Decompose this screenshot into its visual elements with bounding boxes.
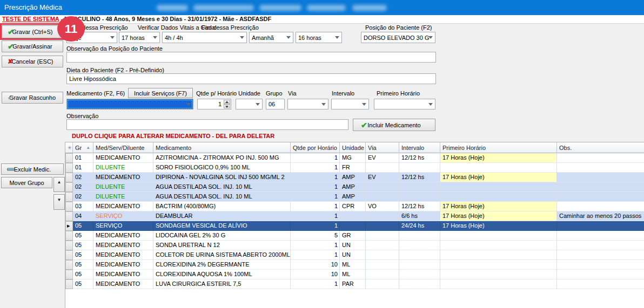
row-header[interactable] xyxy=(65,192,73,202)
grid-cell-intervalo[interactable] xyxy=(399,163,440,173)
grid-cell-intervalo[interactable] xyxy=(399,231,440,241)
chevron-down-icon[interactable] xyxy=(151,33,159,42)
row-header[interactable] xyxy=(65,173,73,182)
move-group-up-button[interactable]: ▲ xyxy=(53,177,65,192)
grid-cell-obs[interactable] xyxy=(557,270,644,279)
chevron-down-icon[interactable] xyxy=(426,100,434,108)
grid-cell-obs[interactable] xyxy=(557,221,644,231)
grid-cell-obs[interactable] xyxy=(557,192,644,202)
grid-header-unidade[interactable]: Unidade xyxy=(340,142,366,153)
grid-cell-via[interactable] xyxy=(366,182,399,192)
grid-cell-unidade[interactable]: UN xyxy=(340,241,366,250)
grid-cell-gr[interactable]: 03 xyxy=(73,202,93,211)
row-header[interactable] xyxy=(65,182,73,192)
grid-cell-primeiro[interactable] xyxy=(440,192,557,202)
chevron-down-icon[interactable] xyxy=(360,100,368,108)
grid-cell-unidade[interactable]: ML xyxy=(340,270,366,279)
route-select[interactable] xyxy=(287,99,328,109)
grid-cell-med[interactable]: AGUA DESTILADA SOL. INJ. 10 ML xyxy=(153,182,291,192)
grid-cell-primeiro[interactable]: 17 Horas (Hoje) xyxy=(440,153,557,163)
grid-cell-primeiro[interactable] xyxy=(440,260,557,270)
grid-cell-via[interactable] xyxy=(366,270,399,279)
grid-cell-primeiro[interactable]: 17 Horas (Hoje) xyxy=(440,211,557,221)
save-draft-button[interactable]: ✔ Gravar Rascunho xyxy=(2,92,63,104)
grid-cell-gr[interactable]: 01 xyxy=(73,153,93,163)
grid-cell-qtde[interactable]: 1 xyxy=(291,202,340,211)
grid-cell-obs[interactable] xyxy=(557,231,644,241)
grid-cell-obs[interactable] xyxy=(557,260,644,270)
grid-header-row-selector[interactable]: ✳ xyxy=(65,142,73,153)
grid-cell-gr[interactable]: 02 xyxy=(73,173,93,182)
grid-cell-gr[interactable]: 02 xyxy=(73,192,93,202)
grid-cell-unidade[interactable]: UN xyxy=(340,250,366,260)
medications-grid[interactable]: ✳Gr▲Med/Serv/DiluenteMedicamentoQtde por… xyxy=(65,142,644,308)
chevron-down-icon[interactable] xyxy=(238,33,246,42)
grid-cell-tipo[interactable]: MEDICAMENTO xyxy=(93,173,153,182)
grid-cell-via[interactable] xyxy=(366,279,399,289)
row-header[interactable] xyxy=(65,260,73,270)
grid-header-tipo[interactable]: Med/Serv/Diluente xyxy=(93,142,153,153)
grid-cell-tipo[interactable]: MEDICAMENTO xyxy=(93,279,153,289)
row-header[interactable] xyxy=(65,231,73,241)
row-header[interactable] xyxy=(65,279,73,289)
grid-cell-med[interactable]: AZITROMICINA - ZITROMAX PO INJ. 500 MG xyxy=(153,153,291,163)
grid-cell-gr[interactable]: 02 xyxy=(73,182,93,192)
grid-cell-unidade[interactable]: AMP xyxy=(340,182,366,192)
grid-cell-gr[interactable]: 05 xyxy=(73,270,93,279)
grid-cell-primeiro[interactable]: 17 Horas (Hoje) xyxy=(440,173,557,182)
grid-cell-qtde[interactable]: 1 xyxy=(291,211,340,221)
grid-cell-via[interactable] xyxy=(366,192,399,202)
end-day-select[interactable]: Amanhã xyxy=(249,32,293,43)
grid-cell-obs[interactable] xyxy=(557,173,644,182)
grid-cell-med[interactable]: LUVA CIRURGICA ESTERIL 7,5 xyxy=(153,279,291,289)
grid-cell-qtde[interactable]: 1 xyxy=(291,279,340,289)
grid-cell-tipo[interactable]: SERVIÇO xyxy=(93,211,153,221)
observation-input[interactable] xyxy=(66,119,348,130)
grid-cell-unidade[interactable]: CPR xyxy=(340,202,366,211)
grid-cell-primeiro[interactable]: 17 Horas (Hoje) xyxy=(440,202,557,211)
grid-cell-tipo[interactable]: MEDICAMENTO xyxy=(93,202,153,211)
grid-cell-tipo[interactable]: MEDICAMENTO xyxy=(93,153,153,163)
grid-header-gr[interactable]: Gr▲ xyxy=(73,142,93,153)
chevron-down-icon[interactable] xyxy=(284,33,292,42)
grid-cell-via[interactable] xyxy=(366,163,399,173)
grid-cell-tipo[interactable]: DILUENTE xyxy=(93,192,153,202)
grid-cell-obs[interactable] xyxy=(557,241,644,250)
grid-cell-via[interactable] xyxy=(366,221,399,231)
grid-cell-intervalo[interactable]: 12/12 hs xyxy=(399,202,440,211)
grid-cell-obs[interactable] xyxy=(557,250,644,260)
grid-cell-qtde[interactable]: 1 xyxy=(291,173,340,182)
grid-cell-med[interactable]: COLETOR DE URINA SISTEMA ABERTO 2000ML xyxy=(153,250,291,260)
grid-cell-gr[interactable]: 05 xyxy=(73,231,93,241)
grid-cell-intervalo[interactable] xyxy=(399,241,440,250)
grid-cell-gr[interactable]: 05 xyxy=(73,250,93,260)
interval-select[interactable] xyxy=(331,99,369,109)
move-group-down-button[interactable]: ▼ xyxy=(53,194,65,210)
delete-medication-button[interactable]: Excluir Medic. xyxy=(1,163,64,175)
chevron-down-icon[interactable] xyxy=(319,100,327,108)
grid-cell-unidade[interactable]: PAR xyxy=(340,279,366,289)
grid-cell-tipo[interactable]: MEDICAMENTO xyxy=(93,241,153,250)
grid-cell-qtde[interactable]: 1 xyxy=(291,241,340,250)
row-header[interactable] xyxy=(65,241,73,250)
grid-cell-intervalo[interactable] xyxy=(399,182,440,192)
grid-cell-tipo[interactable]: MEDICAMENTO xyxy=(93,270,153,279)
grid-cell-gr[interactable]: 05 xyxy=(73,279,93,289)
include-services-button[interactable]: Incluir Serviços (F7) xyxy=(128,88,193,98)
grid-cell-qtde[interactable]: 1 xyxy=(291,163,340,173)
grid-cell-primeiro[interactable] xyxy=(440,250,557,260)
grid-cell-med[interactable]: SONDA URETRAL N 12 xyxy=(153,241,291,250)
grid-cell-obs[interactable]: Caminhar ao menos 20 passos xyxy=(557,211,644,221)
grid-cell-tipo[interactable]: MEDICAMENTO xyxy=(93,231,153,241)
grid-cell-unidade[interactable]: AMP xyxy=(340,192,366,202)
selected-row-pointer-icon[interactable]: ▸ xyxy=(65,221,73,231)
grid-cell-tipo[interactable]: DILUENTE xyxy=(93,182,153,192)
grid-cell-qtde[interactable]: 5 xyxy=(291,231,340,241)
chevron-down-icon[interactable] xyxy=(184,100,192,108)
grid-cell-tipo[interactable]: DILUENTE xyxy=(93,163,153,173)
move-group-button[interactable]: Mover Grupo xyxy=(1,177,52,188)
grid-cell-med[interactable]: LIDOCAINA GEL 2% 30 G xyxy=(153,231,291,241)
grid-cell-unidade[interactable]: MG xyxy=(340,153,366,163)
grid-cell-qtde[interactable]: 1 xyxy=(291,221,340,231)
grid-cell-via[interactable] xyxy=(366,260,399,270)
